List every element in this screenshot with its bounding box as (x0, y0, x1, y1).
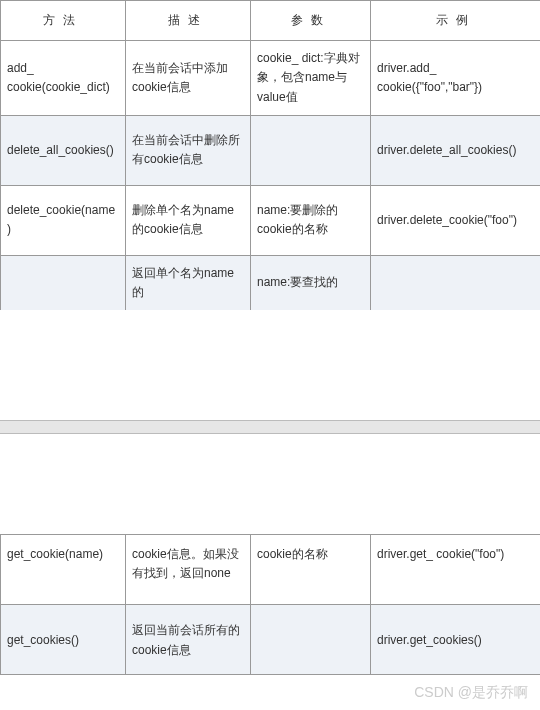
table-row: get_cookies() 返回当前会话所有的cookie信息 driver.g… (1, 605, 541, 675)
cell-example: driver.add_ cookie({"foo","bar"}) (371, 41, 541, 116)
cell-param: cookie的名称 (251, 535, 371, 605)
table-bottom: get_cookie(name) cookie信息。如果没有找到，返回none … (0, 534, 540, 675)
header-desc: 描述 (126, 1, 251, 41)
page-separator (0, 420, 540, 434)
table-top: 方法 描述 参数 示例 add_ cookie(cookie_dict) 在当前… (0, 0, 540, 310)
cell-example (371, 255, 541, 310)
cell-example: driver.delete_all_cookies() (371, 115, 541, 185)
table-row: delete_cookie(name) 删除单个名为name的cookie信息 … (1, 185, 541, 255)
cell-example: driver.get_cookies() (371, 605, 541, 675)
cell-param (251, 115, 371, 185)
cookie-api-table-top: 方法 描述 参数 示例 add_ cookie(cookie_dict) 在当前… (0, 0, 540, 310)
cell-method: delete_cookie(name) (1, 185, 126, 255)
table-row: add_ cookie(cookie_dict) 在当前会话中添加cookie信… (1, 41, 541, 116)
cell-method (1, 255, 126, 310)
cell-param (251, 605, 371, 675)
cell-desc: 在当前会话中添加cookie信息 (126, 41, 251, 116)
header-method: 方法 (1, 1, 126, 41)
cell-param: name:要删除的cookie的名称 (251, 185, 371, 255)
cell-example: driver.delete_cookie("foo") (371, 185, 541, 255)
cell-method: get_cookie(name) (1, 535, 126, 605)
cell-desc: 返回单个名为name的 (126, 255, 251, 310)
cell-param: cookie_ dict:字典对象，包含name与value值 (251, 41, 371, 116)
cell-method: add_ cookie(cookie_dict) (1, 41, 126, 116)
cell-desc: cookie信息。如果没有找到，返回none (126, 535, 251, 605)
header-param: 参数 (251, 1, 371, 41)
cell-example: driver.get_ cookie("foo") (371, 535, 541, 605)
table-row: 返回单个名为name的 name:要查找的 (1, 255, 541, 310)
cell-method: delete_all_cookies() (1, 115, 126, 185)
table-row: delete_all_cookies() 在当前会话中删除所有cookie信息 … (1, 115, 541, 185)
cookie-api-table-bottom: get_cookie(name) cookie信息。如果没有找到，返回none … (0, 534, 540, 675)
cell-desc: 返回当前会话所有的cookie信息 (126, 605, 251, 675)
cell-method: get_cookies() (1, 605, 126, 675)
cell-desc: 删除单个名为name的cookie信息 (126, 185, 251, 255)
cell-param: name:要查找的 (251, 255, 371, 310)
table-row: get_cookie(name) cookie信息。如果没有找到，返回none … (1, 535, 541, 605)
table-header-row: 方法 描述 参数 示例 (1, 1, 541, 41)
cell-desc: 在当前会话中删除所有cookie信息 (126, 115, 251, 185)
header-example: 示例 (371, 1, 541, 41)
